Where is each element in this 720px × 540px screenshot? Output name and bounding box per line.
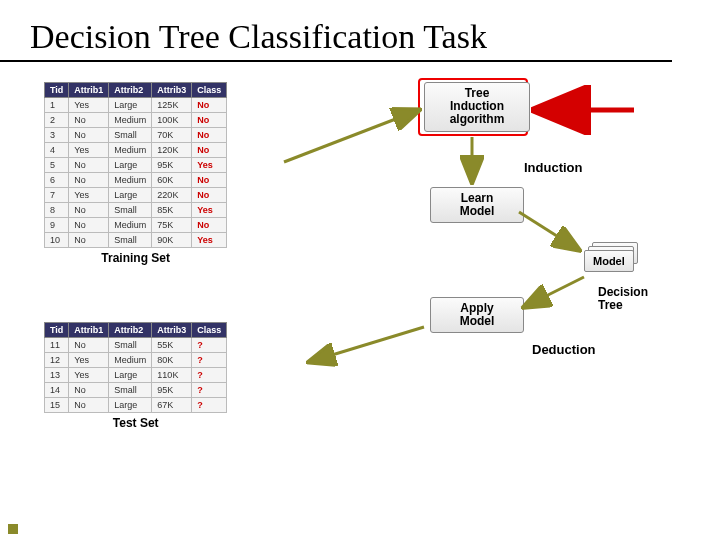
table-cell: ? bbox=[192, 398, 227, 413]
table-cell: 67K bbox=[152, 398, 192, 413]
table-cell: No bbox=[69, 173, 109, 188]
test-table: TidAttrib1Attrib2Attrib3Class 11NoSmall5… bbox=[44, 322, 227, 413]
page-title: Decision Tree Classification Task bbox=[0, 0, 672, 62]
table-cell: No bbox=[69, 203, 109, 218]
table-cell: No bbox=[192, 218, 227, 233]
training-block: TidAttrib1Attrib2Attrib3Class 1YesLarge1… bbox=[44, 82, 227, 265]
table-cell: 3 bbox=[45, 128, 69, 143]
col-header: Attrib1 bbox=[69, 323, 109, 338]
table-row: 6NoMedium60KNo bbox=[45, 173, 227, 188]
apply-line2: Model bbox=[460, 314, 495, 328]
model-stack: Model bbox=[584, 242, 656, 278]
table-cell: 9 bbox=[45, 218, 69, 233]
col-header: Class bbox=[192, 323, 227, 338]
table-cell: Medium bbox=[109, 143, 152, 158]
table-cell: No bbox=[69, 158, 109, 173]
learn-line1: Learn bbox=[461, 191, 494, 205]
arrow-learn-to-model bbox=[519, 212, 579, 250]
table-cell: No bbox=[69, 128, 109, 143]
bullet-icon bbox=[8, 524, 18, 534]
table-cell: No bbox=[192, 143, 227, 158]
table-cell: 100K bbox=[152, 113, 192, 128]
table-cell: 14 bbox=[45, 383, 69, 398]
learn-model-box: Learn Model bbox=[430, 187, 524, 223]
table-row: 3NoSmall70KNo bbox=[45, 128, 227, 143]
table-cell: No bbox=[69, 398, 109, 413]
tree-induction-box: Tree Induction algorithm bbox=[424, 82, 530, 132]
table-cell: Large bbox=[109, 368, 152, 383]
table-cell: No bbox=[192, 173, 227, 188]
table-cell: 220K bbox=[152, 188, 192, 203]
algo-line3: algorithm bbox=[450, 112, 505, 126]
col-header: Attrib3 bbox=[152, 323, 192, 338]
apply-model-box: Apply Model bbox=[430, 297, 524, 333]
table-cell: 85K bbox=[152, 203, 192, 218]
apply-line1: Apply bbox=[460, 301, 493, 315]
table-cell: Yes bbox=[69, 98, 109, 113]
model-box-front: Model bbox=[584, 250, 634, 272]
dt-l1: Decision bbox=[598, 285, 648, 299]
table-cell: Yes bbox=[69, 353, 109, 368]
table-cell: No bbox=[69, 233, 109, 248]
dt-l2: Tree bbox=[598, 298, 623, 312]
table-cell: 75K bbox=[152, 218, 192, 233]
table-cell: 10 bbox=[45, 233, 69, 248]
table-cell: No bbox=[69, 338, 109, 353]
table-cell: Yes bbox=[192, 203, 227, 218]
arrow-training-to-algo bbox=[284, 110, 419, 162]
table-row: 9NoMedium75KNo bbox=[45, 218, 227, 233]
table-cell: No bbox=[69, 113, 109, 128]
table-cell: 6 bbox=[45, 173, 69, 188]
table-cell: Medium bbox=[109, 353, 152, 368]
test-label: Test Set bbox=[44, 416, 227, 430]
table-cell: ? bbox=[192, 383, 227, 398]
table-cell: ? bbox=[192, 338, 227, 353]
table-cell: Large bbox=[109, 158, 152, 173]
table-cell: 13 bbox=[45, 368, 69, 383]
col-header: Tid bbox=[45, 83, 69, 98]
table-cell: 2 bbox=[45, 113, 69, 128]
arrow-model-to-apply bbox=[524, 277, 584, 307]
table-cell: Large bbox=[109, 98, 152, 113]
table-cell: 15 bbox=[45, 398, 69, 413]
table-row: 15NoLarge67K? bbox=[45, 398, 227, 413]
table-cell: No bbox=[69, 383, 109, 398]
table-cell: 11 bbox=[45, 338, 69, 353]
learn-line2: Model bbox=[460, 204, 495, 218]
table-cell: Yes bbox=[69, 368, 109, 383]
table-cell: 55K bbox=[152, 338, 192, 353]
table-cell: Yes bbox=[192, 158, 227, 173]
table-cell: Small bbox=[109, 233, 152, 248]
induction-label: Induction bbox=[524, 160, 583, 175]
table-cell: Medium bbox=[109, 113, 152, 128]
test-block: TidAttrib1Attrib2Attrib3Class 11NoSmall5… bbox=[44, 322, 227, 430]
table-row: 2NoMedium100KNo bbox=[45, 113, 227, 128]
table-cell: No bbox=[192, 113, 227, 128]
table-cell: Yes bbox=[69, 188, 109, 203]
table-cell: 60K bbox=[152, 173, 192, 188]
table-row: 1YesLarge125KNo bbox=[45, 98, 227, 113]
table-cell: 7 bbox=[45, 188, 69, 203]
table-row: 7YesLarge220KNo bbox=[45, 188, 227, 203]
algo-line1: Tree bbox=[465, 86, 490, 100]
table-cell: Small bbox=[109, 128, 152, 143]
table-cell: 120K bbox=[152, 143, 192, 158]
table-cell: 70K bbox=[152, 128, 192, 143]
table-row: 8NoSmall85KYes bbox=[45, 203, 227, 218]
table-cell: No bbox=[69, 218, 109, 233]
table-cell: 4 bbox=[45, 143, 69, 158]
table-cell: No bbox=[192, 128, 227, 143]
table-cell: Large bbox=[109, 188, 152, 203]
table-cell: Small bbox=[109, 203, 152, 218]
table-cell: 12 bbox=[45, 353, 69, 368]
col-header: Tid bbox=[45, 323, 69, 338]
table-cell: ? bbox=[192, 353, 227, 368]
decision-tree-label: Decision Tree bbox=[598, 286, 648, 312]
col-header: Attrib2 bbox=[109, 83, 152, 98]
table-row: 4YesMedium120KNo bbox=[45, 143, 227, 158]
arrow-apply-to-test bbox=[309, 327, 424, 362]
table-cell: 90K bbox=[152, 233, 192, 248]
training-label: Training Set bbox=[44, 251, 227, 265]
table-cell: 95K bbox=[152, 158, 192, 173]
col-header: Attrib2 bbox=[109, 323, 152, 338]
